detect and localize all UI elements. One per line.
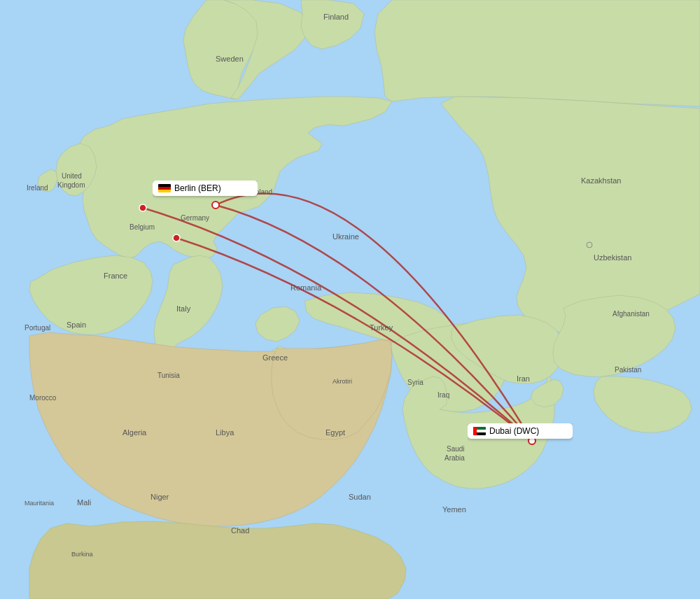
berlin-label-box: Berlin (BER): [153, 181, 258, 203]
kazakhstan-label: Kazakhstan: [581, 176, 621, 185]
greece-label: Greece: [262, 353, 288, 362]
united-kingdom-label2: Kingdom: [57, 181, 85, 189]
spain-label: Spain: [66, 320, 86, 329]
saudi-label2: Arabia: [444, 454, 465, 462]
sudan-label: Sudan: [349, 493, 371, 501]
burkina-label: Burkina: [71, 551, 93, 558]
ukraine-label: Ukraine: [332, 232, 359, 241]
chad-label: Chad: [231, 526, 249, 535]
germany-label: Germany: [181, 214, 209, 222]
italy-label: Italy: [176, 304, 191, 313]
ireland-label: Ireland: [27, 184, 48, 192]
uzbekistan-label: Uzbekistan: [594, 253, 631, 262]
sweden-label: Sweden: [216, 55, 244, 63]
london-dot: [139, 204, 146, 211]
dubai-label-box: Dubai (DWC): [468, 423, 573, 446]
portugal-label: Portugal: [24, 324, 50, 332]
morocco-label: Morocco: [29, 394, 57, 402]
afghanistan-label: Afghanistan: [612, 310, 650, 318]
turkey-label: Turkey: [370, 323, 393, 332]
egypt-label: Egypt: [326, 428, 345, 437]
belgium-label: Belgium: [130, 223, 155, 231]
map-svg: Finland Sweden United Kingdom Ireland Be…: [0, 0, 700, 599]
romania-label: Romania: [290, 283, 322, 292]
libya-label: Libya: [216, 428, 234, 437]
map-container: Finland Sweden United Kingdom Ireland Be…: [0, 0, 700, 599]
tunisia-label: Tunisia: [158, 372, 180, 379]
iran-label: Iran: [517, 374, 530, 383]
finland-label: Finland: [323, 13, 349, 21]
mali-label: Mali: [77, 498, 91, 507]
akrotiri-label: Akrotiri: [332, 378, 352, 385]
dubai-label-text: Dubai (DWC): [489, 426, 539, 436]
syria-label: Syria: [407, 379, 424, 386]
berlin-label-text: Berlin (BER): [174, 183, 221, 193]
france-label: France: [104, 272, 127, 280]
mauritania-label: Mauritania: [24, 500, 54, 507]
brussels-dot: [173, 234, 180, 241]
svg-rect-4: [473, 427, 477, 435]
pakistan-label: Pakistan: [615, 366, 641, 374]
yemen-label: Yemen: [442, 505, 466, 514]
iraq-label: Iraq: [438, 391, 449, 399]
algeria-label: Algeria: [122, 428, 147, 437]
niger-label: Niger: [150, 493, 169, 501]
united-kingdom-label: United: [62, 172, 82, 180]
saudi-label: Saudi: [447, 445, 465, 453]
